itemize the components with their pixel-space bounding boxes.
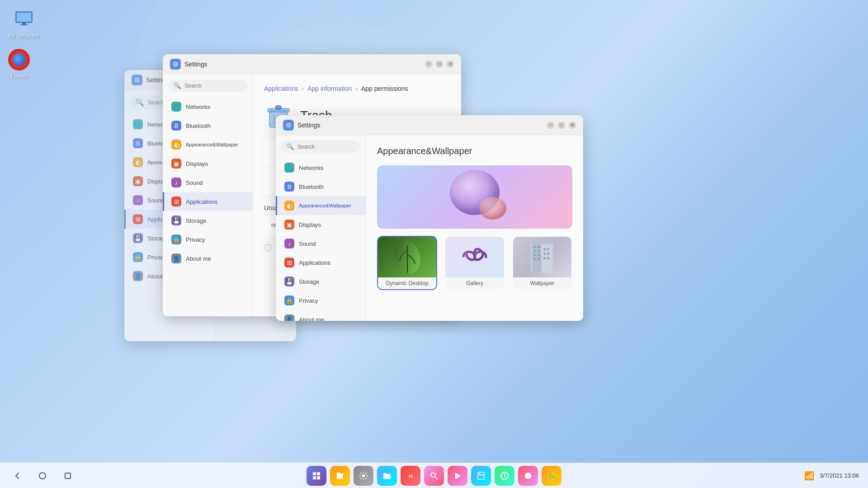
front-minimize-btn[interactable]: ─	[547, 122, 554, 129]
svg-point-37	[362, 474, 365, 477]
svg-rect-34	[317, 472, 320, 475]
mid-minimize-btn[interactable]: ─	[425, 61, 432, 68]
front-window-title: ⚙ Settings	[283, 120, 321, 131]
mid-maximize-btn[interactable]: □	[436, 61, 443, 68]
bg-applications-icon: ⊞	[133, 214, 143, 224]
mid-close-btn[interactable]: ✕	[447, 61, 454, 68]
taskbar-app-files[interactable]	[330, 466, 350, 486]
mid-sidebar-storage[interactable]: 💾 Storage	[163, 211, 253, 230]
gallery-bg	[445, 237, 504, 277]
firefox-label: Firefox	[11, 73, 28, 80]
svg-point-45	[525, 473, 531, 479]
back-btn[interactable]	[9, 468, 25, 484]
wallpaper-label: Wallpaper	[513, 277, 571, 289]
taskbar-app-filemanager[interactable]	[377, 466, 397, 486]
taskbar-app-photos[interactable]	[542, 466, 561, 486]
taskbar: 12	[0, 463, 868, 488]
wallpaper-option-dynamic-desktop[interactable]: Dynamic Desktop	[377, 236, 437, 290]
mid-bluetooth-label: Bluetooth	[186, 122, 211, 129]
mid-sidebar-privacy[interactable]: 🔒 Privacy	[163, 230, 253, 249]
front-close-btn[interactable]: ✕	[569, 122, 576, 129]
mid-window-controls[interactable]: ─ □ ✕	[425, 61, 454, 68]
wallpaper-option-wallpaper[interactable]: Wallpaper	[512, 236, 572, 290]
front-sidebar-appearance[interactable]: ◐ Appearance&Wallpaper	[276, 196, 366, 215]
mid-sidebar-bluetooth[interactable]: B Bluetooth	[163, 116, 253, 135]
mid-sidebar-sound[interactable]: ♪ Sound	[163, 173, 253, 192]
mid-applications-icon: ⊞	[171, 197, 181, 206]
mid-search-icon: 🔍	[174, 82, 181, 89]
desktop-icon-mycomputer[interactable]: My computer	[5, 5, 43, 42]
svg-rect-25	[543, 248, 546, 250]
mid-sidebar-networks[interactable]: 🌐 Networks	[163, 97, 253, 116]
svg-rect-41	[478, 472, 484, 479]
front-applications-label: Applications	[299, 259, 330, 266]
svg-rect-22	[538, 254, 540, 256]
front-sound-label: Sound	[299, 240, 316, 247]
taskbar-app-calculator[interactable]	[471, 466, 491, 486]
svg-point-46	[549, 474, 551, 475]
front-sidebar: 🔍 🌐 Networks B Bluetooth ◐ Appearance&Wa…	[276, 135, 366, 321]
front-sidebar-networks[interactable]: 🌐 Networks	[276, 158, 366, 177]
breadcrumb-appinfo[interactable]: App information	[307, 85, 352, 92]
taskbar-app-music[interactable]	[448, 466, 467, 486]
dynamic-desktop-bg	[378, 237, 436, 277]
wallpaper-bg	[513, 237, 571, 277]
mid-sidebar-aboutme[interactable]: 👤 About me	[163, 249, 253, 268]
svg-rect-26	[547, 248, 549, 250]
appearance-title: Appearance&Wallpaper	[377, 146, 572, 156]
taskbar-app-clock[interactable]	[495, 466, 514, 486]
mid-sidebar-displays[interactable]: ▣ Displays	[163, 154, 253, 173]
front-content: Appearance&Wallpaper	[366, 135, 583, 321]
front-displays-icon: ▣	[284, 220, 294, 230]
front-displays-label: Displays	[299, 221, 321, 228]
mid-sidebar-applications[interactable]: ⊞ Applications	[163, 192, 253, 211]
home-btn[interactable]	[34, 468, 51, 484]
svg-rect-28	[547, 253, 549, 255]
front-sidebar-bluetooth[interactable]: B Bluetooth	[276, 177, 366, 196]
svg-rect-29	[543, 257, 546, 259]
mid-search-input[interactable]	[184, 83, 242, 89]
gallery-label: Gallery	[445, 277, 504, 289]
taskbar-app-calendar[interactable]: 12	[401, 466, 420, 486]
mid-appearance-label: Appearance&Wallpaper	[186, 142, 238, 147]
bg-sound-icon: ♪	[133, 195, 143, 205]
bg-privacy-icon: 🔒	[133, 252, 143, 262]
front-search-box[interactable]: 🔍	[281, 141, 360, 153]
mid-sidebar-appearance[interactable]: ◐ Appearance&Wallpaper	[163, 135, 253, 154]
desktop-icon-firefox[interactable]: Firefox	[5, 45, 33, 83]
front-search-input[interactable]	[297, 144, 355, 150]
mid-displays-icon: ▣	[171, 159, 181, 169]
taskbar-app-recorder[interactable]	[518, 466, 538, 486]
taskbar-app-settings[interactable]	[354, 466, 373, 486]
front-sidebar-storage[interactable]: 💾 Storage	[276, 272, 366, 291]
mid-search-box[interactable]: 🔍	[168, 80, 247, 92]
mid-privacy-icon: 🔒	[171, 235, 181, 244]
bg-appearance-icon: ◐	[133, 157, 143, 167]
square-btn[interactable]	[60, 468, 76, 484]
front-sidebar-displays[interactable]: ▣ Displays	[276, 215, 366, 234]
featured-wallpaper-preview[interactable]	[377, 165, 572, 229]
mid-appearance-icon: ◐	[171, 140, 181, 150]
taskbar-app-grid[interactable]	[307, 466, 326, 486]
bg-networks-icon: 🌐	[133, 119, 143, 129]
breadcrumb-applications[interactable]: Applications	[264, 85, 298, 92]
svg-rect-17	[533, 246, 536, 248]
svg-line-39	[435, 477, 438, 479]
front-window-controls[interactable]: ─ □ ✕	[547, 122, 576, 129]
bg-displays-icon: ▣	[133, 176, 143, 186]
mid-bluetooth-icon: B	[171, 121, 181, 131]
front-maximize-btn[interactable]: □	[558, 122, 565, 129]
svg-point-31	[39, 473, 46, 479]
mid-sidebar: 🔍 🌐 Networks B Bluetooth ◐ Appearance&Wa…	[163, 74, 253, 316]
front-sidebar-applications[interactable]: ⊞ Applications	[276, 253, 366, 272]
front-sidebar-aboutme[interactable]: 👤 About me	[276, 310, 366, 321]
front-networks-icon: 🌐	[284, 163, 294, 173]
mid-window-titlebar: ⚙ Settings ─ □ ✕	[163, 54, 461, 74]
svg-rect-2	[22, 23, 26, 24]
front-sidebar-sound[interactable]: ♪ Sound	[276, 234, 366, 253]
front-sidebar-privacy[interactable]: 🔒 Privacy	[276, 291, 366, 310]
wallpaper-option-gallery[interactable]: Gallery	[444, 236, 505, 290]
taskbar-app-search[interactable]	[424, 466, 444, 486]
taskbar-left	[0, 468, 76, 484]
bg-search-icon: 🔍	[135, 98, 144, 107]
